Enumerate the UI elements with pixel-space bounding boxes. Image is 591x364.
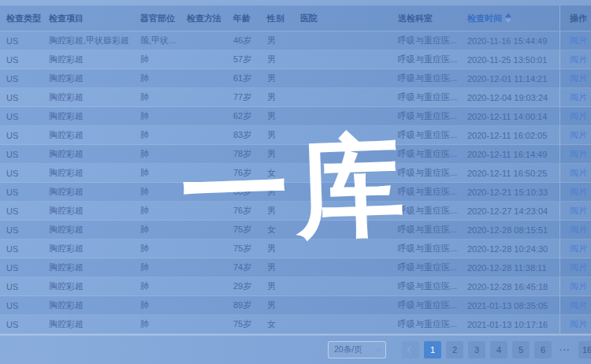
cell-gender: 男	[261, 129, 294, 141]
cell-exam-time: 2020-12-28 16:45:18	[461, 282, 559, 292]
cell-action: 阅片	[559, 69, 591, 87]
cell-exam-item: 胸腔彩超	[43, 299, 134, 311]
cell-age: 57岁	[227, 54, 261, 65]
cell-age: 66岁	[227, 186, 261, 198]
cell-department: 呼吸与重症医...	[392, 110, 461, 122]
table-row: US 胸腔彩超 肺 75岁 女 呼吸与重症医... 2021-01-13 10:…	[0, 315, 591, 334]
cell-department: 呼吸与重症医...	[392, 205, 461, 217]
cell-exam-type: US	[0, 150, 43, 159]
read-film-link[interactable]: 阅片	[567, 262, 587, 273]
cell-organ-part: 肺	[134, 318, 180, 330]
cell-exam-item: 胸腔彩超	[43, 167, 134, 179]
cell-department: 呼吸与重症医...	[392, 91, 461, 103]
table-row: US 胸腔彩超 肺 77岁 男 呼吸与重症医... 2020-12-04 19:…	[0, 88, 591, 107]
cell-exam-type: US	[0, 263, 43, 273]
read-film-link[interactable]: 阅片	[567, 186, 587, 198]
table-row: US 胸腔彩超 肺 74岁 男 呼吸与重症医... 2020-12-28 11:…	[0, 258, 591, 277]
table-row: US 胸腔彩超 肺 76岁 女 呼吸与重症医... 2020-12-11 16:…	[0, 164, 591, 183]
table-row: US 胸腔彩超 肺 66岁 男 呼吸与重症医... 2020-12-21 15:…	[0, 183, 591, 202]
cell-exam-item: 胸腔彩超	[43, 280, 134, 292]
cell-exam-type: US	[0, 36, 43, 46]
cell-gender: 男	[261, 243, 294, 254]
cell-organ-part: 肺	[134, 110, 180, 122]
column-header-exam-time[interactable]: 检查时间	[461, 13, 559, 24]
read-film-link[interactable]: 阅片	[567, 224, 587, 236]
cell-exam-item: 胸腔彩超	[43, 148, 134, 160]
cell-gender: 男	[261, 280, 294, 292]
cell-action: 阅片	[559, 50, 591, 69]
read-film-link[interactable]: 阅片	[567, 148, 587, 160]
chevron-left-icon	[407, 347, 414, 353]
pagination-bar: 20条/页 1 2 3 4 5 6 ··· 16	[0, 335, 591, 364]
page-size-select[interactable]: 20条/页	[328, 341, 386, 358]
page-top-margin	[0, 0, 591, 6]
cell-exam-item: 胸腔彩超	[43, 224, 134, 236]
cell-department: 呼吸与重症医...	[392, 148, 461, 160]
table-row: US 胸腔彩超 肺 57岁 男 呼吸与重症医... 2020-11-25 13:…	[0, 50, 591, 69]
read-film-link[interactable]: 阅片	[567, 205, 587, 217]
page-button-2[interactable]: 2	[446, 341, 463, 358]
cell-organ-part: 肺	[134, 72, 180, 84]
cell-action: 阅片	[559, 258, 591, 277]
cell-action: 阅片	[559, 183, 591, 201]
cell-age: 83岁	[227, 129, 261, 141]
read-film-link[interactable]: 阅片	[567, 54, 587, 65]
page-button-4[interactable]: 4	[490, 341, 507, 358]
cell-exam-type: US	[0, 93, 43, 102]
read-film-link[interactable]: 阅片	[567, 318, 587, 330]
cell-action: 阅片	[559, 88, 591, 106]
read-film-link[interactable]: 阅片	[567, 243, 587, 254]
cell-age: 75岁	[227, 224, 261, 236]
cell-action: 阅片	[559, 277, 591, 295]
cell-exam-time: 2021-01-13 08:35:05	[461, 301, 559, 310]
cell-organ-part: 肺	[134, 280, 180, 292]
read-film-link[interactable]: 阅片	[567, 129, 587, 141]
page-button-3[interactable]: 3	[468, 341, 485, 358]
column-header-hospital: 医院	[294, 13, 392, 24]
cell-department: 呼吸与重症医...	[392, 129, 461, 141]
cell-organ-part: 颈,甲状...	[134, 35, 180, 46]
column-header-gender: 性别	[261, 13, 294, 24]
page-button-last[interactable]: 16	[578, 341, 591, 358]
cell-gender: 男	[261, 54, 294, 65]
cell-organ-part: 肺	[134, 54, 180, 65]
read-film-link[interactable]: 阅片	[567, 167, 587, 179]
cell-exam-time: 2020-12-11 16:02:05	[461, 131, 559, 140]
cell-age: 89岁	[227, 299, 261, 311]
cell-exam-item: 胸腔彩超	[43, 54, 134, 65]
cell-action: 阅片	[559, 296, 591, 314]
cell-exam-item: 胸腔彩超	[43, 205, 134, 217]
cell-exam-time: 2020-11-16 15:44:49	[461, 36, 559, 46]
column-header-exam-type: 检查类型	[0, 13, 43, 24]
read-film-link[interactable]: 阅片	[567, 280, 587, 292]
cell-organ-part: 肺	[134, 299, 180, 311]
prev-page-button[interactable]	[402, 341, 419, 358]
cell-exam-time: 2020-12-28 10:24:30	[461, 244, 559, 254]
cell-exam-type: US	[0, 282, 43, 292]
cell-exam-item: 胸腔彩超	[43, 243, 134, 254]
cell-action: 阅片	[559, 164, 591, 182]
cell-department: 呼吸与重症医...	[392, 167, 461, 179]
read-film-link[interactable]: 阅片	[567, 299, 587, 311]
read-film-link[interactable]: 阅片	[567, 35, 587, 46]
page-button-5[interactable]: 5	[512, 341, 530, 358]
cell-exam-type: US	[0, 74, 43, 84]
cell-organ-part: 肺	[134, 224, 180, 236]
read-film-link[interactable]: 阅片	[567, 91, 587, 103]
more-pages-ellipsis[interactable]: ···	[556, 341, 574, 358]
cell-exam-time: 2020-12-27 14:23:04	[461, 206, 559, 216]
cell-gender: 男	[261, 91, 294, 103]
cell-gender: 男	[261, 110, 294, 122]
cell-organ-part: 肺	[134, 148, 180, 160]
read-film-link[interactable]: 阅片	[567, 110, 587, 122]
cell-exam-type: US	[0, 244, 43, 254]
sort-caret-icon[interactable]	[505, 13, 511, 23]
exam-time-label: 检查时间	[467, 13, 502, 24]
cell-exam-item: 胸腔彩超	[43, 110, 134, 122]
cell-gender: 男	[261, 299, 294, 311]
cell-action: 阅片	[559, 107, 591, 125]
page-button-1[interactable]: 1	[424, 341, 441, 358]
page-button-6[interactable]: 6	[534, 341, 552, 358]
cell-organ-part: 肺	[134, 186, 180, 198]
read-film-link[interactable]: 阅片	[567, 72, 587, 84]
